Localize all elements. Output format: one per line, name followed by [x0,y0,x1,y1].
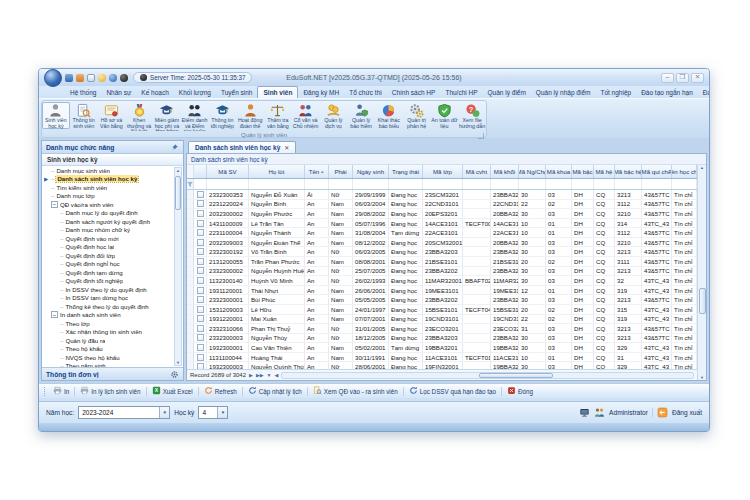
tree-item[interactable]: –In DSSV tạm dừng học [44,294,173,303]
checkbox-cell[interactable] [194,324,207,333]
checkbox-cell[interactable] [194,257,207,266]
row-checkbox[interactable] [197,267,204,274]
column-header-7[interactable]: Mã lớp [423,165,463,178]
table-row[interactable]: 2332300353Nguyễn Đỗ XuânÁiNữ29/09/1999Đa… [187,190,697,200]
menu-item[interactable]: Kế hoạch [136,86,173,98]
table-row[interactable]: 1531209003Lê HữuAnNam24/01/1997Đang học1… [187,305,697,315]
restore-button[interactable]: ❐ [676,73,689,83]
table-row[interactable]: 2032300002Nguyễn PhướcAnNam29/08/2002Đan… [187,209,697,219]
row-checkbox[interactable] [197,354,204,361]
theme-icon[interactable] [98,74,106,82]
help-orb-icon[interactable] [109,74,117,82]
column-header-6[interactable]: Trạng thái [389,165,423,178]
row-checkbox[interactable] [197,315,204,322]
filter-cell[interactable] [305,179,329,189]
ribbon-button[interactable]: Khai thác báo biểu [375,102,403,129]
table-row[interactable]: 1932300001Cao Văn ThiệnAnNam05/02/2001Tạ… [187,343,697,353]
checkbox-cell[interactable] [194,190,207,199]
checkbox-cell[interactable] [194,228,207,237]
table-row[interactable]: 1931120001Thái NhựtAnNam26/06/2001Đang h… [187,286,697,296]
menu-item[interactable]: Tuyển sinh [216,86,258,98]
table-row[interactable]: 1431100009Lê Trần TânAnNam05/07/1996Đang… [187,219,697,229]
chevron-down-icon[interactable]: ▼ [217,407,227,418]
tree-item[interactable]: –Quản lý đầu ra [44,336,173,345]
column-header-12[interactable]: Mã bậc [572,165,594,178]
tree-item[interactable]: ▶–Danh sách sinh viên học kỳ [44,175,173,184]
row-checkbox[interactable] [197,296,204,303]
ribbon-button[interactable]: ?Xem file hướng dẫn [458,102,486,129]
checkbox-cell[interactable] [194,219,207,228]
menu-item[interactable]: Chính sách HP [387,86,441,98]
record-icon[interactable] [120,74,128,82]
column-header-11[interactable]: Mã khoa [546,165,572,178]
ribbon-button[interactable]: Khen thưởng và Kỷ luật [125,102,153,131]
scroll-up-icon[interactable]: ▲ [176,168,180,173]
filter-cell[interactable] [491,179,519,189]
checkbox-cell[interactable] [194,334,207,343]
ribbon-button[interactable]: Thông tin sinh viên [70,102,98,129]
tree-item[interactable]: –Quyết định vào mới [44,234,173,243]
logout-icon[interactable] [657,407,668,418]
collapse-icon[interactable]: − [51,311,58,318]
toolbar-button[interactable]: Cập nhật lý lịch [246,386,304,396]
checkbox-cell[interactable] [194,362,207,369]
ribbon-button[interactable]: Điểm danh và Điểm rèn luyện [181,102,209,131]
filter-cell[interactable] [642,179,672,189]
filter-cell[interactable] [546,179,572,189]
row-checkbox[interactable] [197,258,204,265]
checkbox-cell[interactable] [194,209,207,218]
tree-item[interactable]: –Quyết định tốt nghiệp [44,277,173,286]
collapse-icon[interactable]: − [51,201,58,208]
menu-item[interactable]: Tổ chức thi [344,86,387,98]
tree-item[interactable]: –Quyết định đổi lớp [44,251,173,260]
close-button[interactable]: ✕ [691,73,704,83]
tree-scroll-thumb[interactable] [175,176,181,210]
ribbon-button[interactable]: Hồ sơ và Văn bằng [98,102,126,129]
ribbon-button[interactable]: Quản lý bảo hiểm [347,102,375,129]
ribbon-button[interactable]: An toàn dữ liệu [431,102,459,129]
filter-cell[interactable] [353,179,389,189]
checkbox-cell[interactable] [194,267,207,276]
toolbar-button[interactable]: XXuất Excel [150,386,195,396]
checkbox-cell[interactable] [194,238,207,247]
gear-icon[interactable] [170,370,179,379]
toolbar-button[interactable]: Lọc DSSV quá hạn đào tạo [407,386,498,396]
scroll-up-icon[interactable]: ▲ [700,165,704,170]
row-checkbox[interactable] [197,239,204,246]
filter-cell[interactable] [249,179,305,189]
tree-item[interactable]: –Xác nhận thông tin sinh viên [44,328,173,337]
tree-item[interactable]: –Theo năm sinh [44,362,173,368]
pin-icon[interactable] [170,143,179,152]
menu-item[interactable]: Tốt nghiệp [595,86,636,98]
tree-item[interactable]: –In DSSV theo lý do quyết định [44,285,173,294]
ribbon-button[interactable]: Cố vấn và Chủ nhiệm [292,102,320,129]
toolbar-button[interactable]: In [51,386,71,396]
checkbox-cell[interactable] [194,353,207,362]
ribbon-button[interactable]: Quản trị phân hệ [403,102,431,129]
row-checkbox[interactable] [197,248,204,255]
tree-item[interactable]: –Danh mục lớp [44,192,173,201]
ribbon-button[interactable]: Hoạt động đoàn thể [236,102,264,129]
tree-item[interactable]: –Danh sách người ký quyết định [44,217,173,226]
vertical-scroll-thumb[interactable] [699,288,706,314]
column-header-4[interactable]: Phái [329,165,353,178]
checkbox-cell[interactable] [194,305,207,314]
menu-item[interactable]: Sinh viên [257,86,298,98]
ribbon-button[interactable]: Sinh viên học kỳ [42,102,70,129]
monitor-icon[interactable] [579,407,590,418]
column-header-2[interactable]: Họ lót [249,165,305,178]
ribbon-button[interactable]: Thẩm tra văn bằng [264,102,292,129]
row-checkbox[interactable] [197,344,204,351]
filter-cell[interactable] [519,179,546,189]
tree-item[interactable]: –Danh mục lý do quyết định [44,209,173,218]
page-icon[interactable] [87,74,95,82]
checkbox-cell[interactable] [194,247,207,256]
checkbox-cell[interactable] [194,200,207,209]
row-checkbox[interactable] [197,229,204,236]
filter-cell[interactable] [423,179,463,189]
tree-item[interactable]: –Danh mục sinh viên [44,166,173,175]
menu-item[interactable]: Quản lý nhập điểm [531,86,596,98]
ribbon-button[interactable]: Thông tin tốt nghiệp [209,102,237,129]
menu-item[interactable]: Đăng ký MH [298,86,344,98]
logout-button[interactable]: Đăng xuất [672,409,702,416]
